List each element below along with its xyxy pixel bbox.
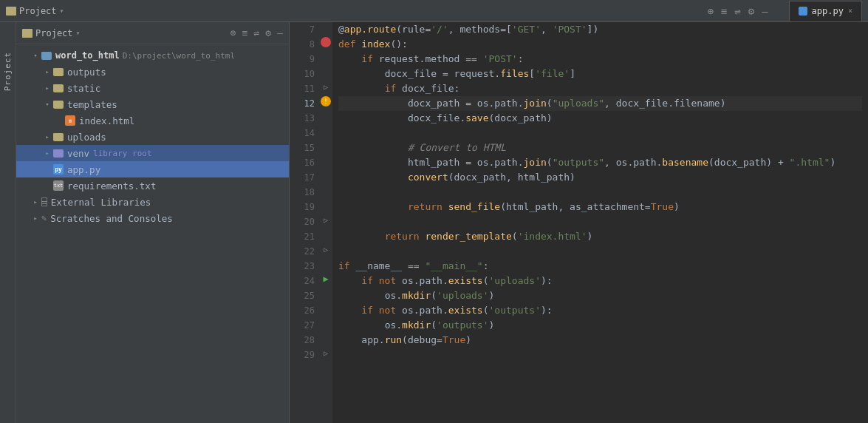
tree-item-ext-libs[interactable]: ⌸ External Libraries <box>16 194 289 210</box>
ln-25: 25 <box>290 288 315 303</box>
nav-icon[interactable]: ⊕ <box>707 5 713 17</box>
code-line-12: docx_path = os.path.join("uploads", docx… <box>338 96 862 111</box>
gutter-run-23[interactable]: ▶ <box>321 274 331 284</box>
python-file-icon: py <box>53 164 64 175</box>
project-label: Project <box>19 6 57 16</box>
gutter-warning-12[interactable]: ! <box>321 96 331 106</box>
editor: 7 8 9 10 11 12 13 14 15 16 17 18 19 20 2… <box>290 22 868 423</box>
gutter-fold-11[interactable]: ▷ <box>321 81 331 92</box>
ext-libs-icon: ⌸ <box>41 197 47 208</box>
tree-root[interactable]: word_to_html D:\project\word_to_html <box>16 47 289 64</box>
sidebar-dash-icon[interactable]: — <box>277 27 283 38</box>
app-py-label: app.py <box>67 164 100 175</box>
code-line-28: app.run(debug=True) <box>338 333 862 348</box>
ln-11: 11 <box>290 81 315 96</box>
code-line-15: # Convert to HTML <box>338 141 862 155</box>
ln-8: 8 <box>290 37 315 52</box>
scratches-label: Scratches and Consoles <box>50 213 173 224</box>
ln-24: 24 <box>290 274 315 288</box>
tree-item-templates[interactable]: templates <box>16 96 289 112</box>
gear-icon[interactable]: ⚙ <box>748 5 754 17</box>
ln-18: 18 <box>290 185 315 200</box>
tab-app-py[interactable]: app.py × <box>789 1 862 21</box>
sidebar-gear-icon[interactable]: ⚙ <box>265 27 271 38</box>
chevron-static <box>43 84 52 92</box>
tab-close-button[interactable]: × <box>848 7 852 15</box>
sidebar-title: Project ▾ <box>22 28 81 38</box>
ln-29: 29 <box>290 348 315 362</box>
ln-26: 26 <box>290 303 315 318</box>
code-line-23: if __name__ == "__main__": <box>338 259 862 274</box>
code-line-29 <box>338 348 862 362</box>
code-line-9: if request.method == 'POST': <box>338 52 862 67</box>
root-path: D:\project\word_to_html <box>123 51 235 61</box>
ln-16: 16 <box>290 155 315 170</box>
left-strip-label: Project <box>3 52 13 91</box>
ln-19: 19 <box>290 200 315 214</box>
tree-item-app-py[interactable]: py app.py <box>16 161 289 177</box>
line-numbers: 7 8 9 10 11 12 13 14 15 16 17 18 19 20 2… <box>290 22 319 423</box>
tree-item-uploads[interactable]: uploads <box>16 129 289 145</box>
ln-22: 22 <box>290 244 315 259</box>
outputs-label: outputs <box>67 67 106 78</box>
ln-20: 20 <box>290 214 315 229</box>
code-line-21: return render_template('index.html') <box>338 229 862 244</box>
static-label: static <box>67 83 100 94</box>
outputs-folder-icon <box>53 68 64 76</box>
tab-bar: app.py × <box>789 1 862 21</box>
ln-14: 14 <box>290 126 315 141</box>
code-line-14 <box>338 126 862 141</box>
html-file-icon: H <box>65 115 75 126</box>
gutter: ▷ ! ▷ ▷ ▶ ▷ <box>319 22 332 423</box>
gutter-fold-19[interactable]: ▷ <box>321 214 331 225</box>
gutter-breakpoint-8[interactable] <box>321 37 331 47</box>
sidebar-actions: ⊕ ≡ ⇌ ⚙ — <box>230 27 283 38</box>
project-dropdown-icon[interactable]: ▾ <box>60 7 64 15</box>
static-folder-icon <box>53 84 64 92</box>
project-label-area: Project ▾ <box>6 6 64 16</box>
sidebar-align-icon[interactable]: ≡ <box>242 27 248 38</box>
tab-python-icon <box>799 7 807 16</box>
code-line-11: if docx_file: <box>338 81 862 96</box>
sidebar-nav-icon[interactable]: ⊕ <box>230 27 236 38</box>
code-area[interactable]: @app.route(rule='/', methods=['GET', 'PO… <box>332 22 868 423</box>
templates-folder-icon <box>53 101 64 109</box>
uploads-folder-icon <box>53 133 64 141</box>
tree-item-index-html[interactable]: H index.html <box>16 112 289 129</box>
code-line-16: html_path = os.path.join("outputs", os.p… <box>338 155 862 170</box>
ln-27: 27 <box>290 318 315 333</box>
ln-28: 28 <box>290 333 315 348</box>
gutter-fold-21[interactable]: ▷ <box>321 244 331 254</box>
scratches-icon: ✎ <box>41 213 47 223</box>
tree-item-static[interactable]: static <box>16 80 289 96</box>
tree-item-requirements[interactable]: txt requirements.txt <box>16 177 289 194</box>
sidebar-dropdown[interactable]: ▾ <box>76 29 81 37</box>
sidebar-folder-icon <box>22 29 33 38</box>
ln-23: 23 <box>290 259 315 274</box>
ext-libs-label: External Libraries <box>51 197 151 208</box>
root-label: word_to_html <box>55 50 120 61</box>
align-icon[interactable]: ≡ <box>721 5 727 17</box>
code-line-20 <box>338 214 862 229</box>
tree-item-outputs[interactable]: outputs <box>16 64 289 80</box>
ln-7: 7 <box>290 22 315 37</box>
tree-item-scratches[interactable]: ✎ Scratches and Consoles <box>16 210 289 226</box>
project-folder-icon <box>6 7 16 16</box>
code-line-8: def index(): <box>338 37 862 52</box>
tree-item-venv[interactable]: venv library root <box>16 145 289 161</box>
gutter-fold-28[interactable]: ▷ <box>321 348 331 358</box>
sidebar-split-icon[interactable]: ⇌ <box>254 27 260 38</box>
title-bar: Project ▾ ⊕ ≡ ⇌ ⚙ — app.py × <box>0 0 868 22</box>
requirements-label: requirements.txt <box>67 180 156 192</box>
code-line-10: docx_file = request.files['file'] <box>338 67 862 81</box>
code-line-27: os.mkdir('outputs') <box>338 318 862 333</box>
text-file-icon: txt <box>53 180 64 191</box>
split-icon[interactable]: ⇌ <box>734 5 740 17</box>
dash-icon[interactable]: — <box>762 5 768 17</box>
sidebar-project-label: Project <box>35 28 73 38</box>
chevron-ext-libs <box>31 197 40 206</box>
editor-content: 7 8 9 10 11 12 13 14 15 16 17 18 19 20 2… <box>290 22 868 423</box>
ln-10: 10 <box>290 67 315 81</box>
ln-12: 12 <box>290 96 315 111</box>
tab-filename: app.py <box>812 6 844 16</box>
